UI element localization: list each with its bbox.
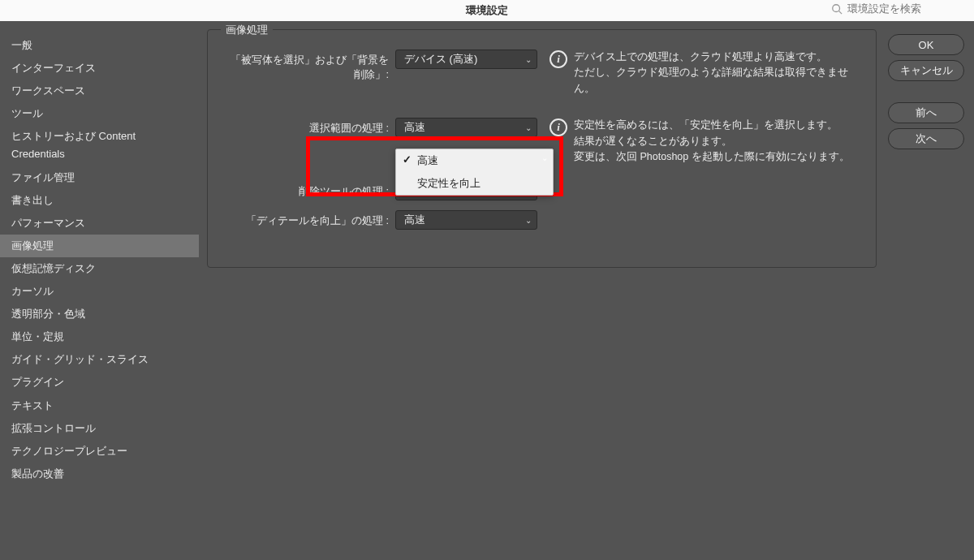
setting-select[interactable]: 高速⌄	[395, 118, 537, 137]
info-cell: iデバイス上での処理は、クラウド処理より高速です。ただし、クラウド処理のような詳…	[541, 50, 863, 97]
sidebar-item[interactable]: 書き出し	[0, 189, 199, 212]
select-value: 高速	[404, 120, 425, 135]
panel-title: 画像処理	[221, 23, 273, 37]
content: 一般インターフェイスワークスペースツールヒストリーおよび Content Cre…	[0, 21, 974, 560]
main-area: 画像処理 「被写体を選択」および「背景を削除」:デバイス (高速)⌄iデバイス上…	[199, 29, 885, 560]
dropdown-item[interactable]: 安定性を向上	[396, 172, 553, 195]
remove-tool-dropdown-menu[interactable]: ⌄ 高速安定性を向上	[395, 149, 554, 196]
setting-label: 「被写体を選択」および「背景を削除」:	[221, 50, 395, 82]
setting-select[interactable]: 高速⌄	[395, 210, 537, 230]
sidebar-item[interactable]: ツール	[0, 102, 199, 125]
sidebar-item[interactable]: ガイド・グリッド・スライス	[0, 348, 199, 371]
sidebar-item[interactable]: テキスト	[0, 394, 199, 417]
svg-point-0	[833, 4, 840, 11]
setting-row: 「ディテールを向上」の処理 :高速⌄	[221, 210, 863, 230]
setting-label: 「ディテールを向上」の処理 :	[221, 210, 395, 228]
search-icon	[831, 3, 843, 15]
sidebar-item[interactable]: ワークスペース	[0, 80, 199, 102]
select-value: デバイス (高速)	[404, 52, 477, 67]
chevron-down-icon: ⌄	[525, 216, 532, 225]
setting-select[interactable]: デバイス (高速)⌄	[395, 50, 537, 69]
search-input[interactable]	[847, 2, 961, 15]
chevron-down-icon: ⌄	[525, 55, 532, 64]
sidebar-item[interactable]: インターフェイス	[0, 57, 199, 80]
cancel-button[interactable]: キャンセル	[888, 60, 964, 81]
sidebar-item[interactable]: テクノロジープレビュー	[0, 440, 199, 463]
window-title: 環境設定	[466, 3, 508, 18]
info-text: 安定性を高めるには、「安定性を向上」を選択します。結果が遅くなることがあります。…	[574, 118, 850, 165]
sidebar-item[interactable]: プラグイン	[0, 371, 199, 394]
select-value: 高速	[404, 213, 425, 227]
chevron-down-icon: ⌄	[525, 123, 532, 132]
info-text: デバイス上での処理は、クラウド処理より高速です。ただし、クラウド処理のような詳細…	[574, 50, 863, 97]
info-cell: i安定性を高めるには、「安定性を向上」を選択します。結果が遅くなることがあります…	[541, 118, 863, 165]
sidebar-item[interactable]: 製品の改善	[0, 463, 199, 485]
next-button[interactable]: 次へ	[888, 128, 964, 149]
setting-label: 削除ツールの処理 :	[221, 181, 395, 199]
sidebar-item[interactable]: パフォーマンス	[0, 212, 199, 235]
sidebar-item[interactable]: ファイル管理	[0, 166, 199, 189]
sidebar-item[interactable]: 単位・定規	[0, 325, 199, 348]
search-field[interactable]	[831, 2, 961, 15]
sidebar-item[interactable]: 透明部分・色域	[0, 303, 199, 325]
info-icon: i	[549, 50, 567, 68]
sidebar-item[interactable]: 仮想記憶ディスク	[0, 257, 199, 280]
setting-row: 「被写体を選択」および「背景を削除」:デバイス (高速)⌄iデバイス上での処理は…	[221, 50, 863, 97]
sidebar-item[interactable]: 一般	[0, 34, 199, 57]
dialog-buttons: OK キャンセル 前へ 次へ	[885, 29, 974, 560]
sidebar: 一般インターフェイスワークスペースツールヒストリーおよび Content Cre…	[0, 29, 199, 560]
settings-panel: 画像処理 「被写体を選択」および「背景を削除」:デバイス (高速)⌄iデバイス上…	[207, 29, 877, 268]
sidebar-item[interactable]: 拡張コントロール	[0, 417, 199, 440]
sidebar-item[interactable]: 画像処理	[0, 235, 199, 257]
sidebar-item[interactable]: カーソル	[0, 280, 199, 303]
prev-button[interactable]: 前へ	[888, 102, 964, 123]
ok-button[interactable]: OK	[888, 34, 964, 55]
info-icon: i	[549, 118, 567, 136]
sidebar-item[interactable]: ヒストリーおよび Content Credentials	[0, 125, 199, 166]
svg-line-1	[839, 11, 843, 14]
dropdown-item[interactable]: 高速	[396, 149, 553, 172]
titlebar: 環境設定	[0, 0, 974, 21]
setting-label: 選択範囲の処理 :	[221, 118, 395, 136]
